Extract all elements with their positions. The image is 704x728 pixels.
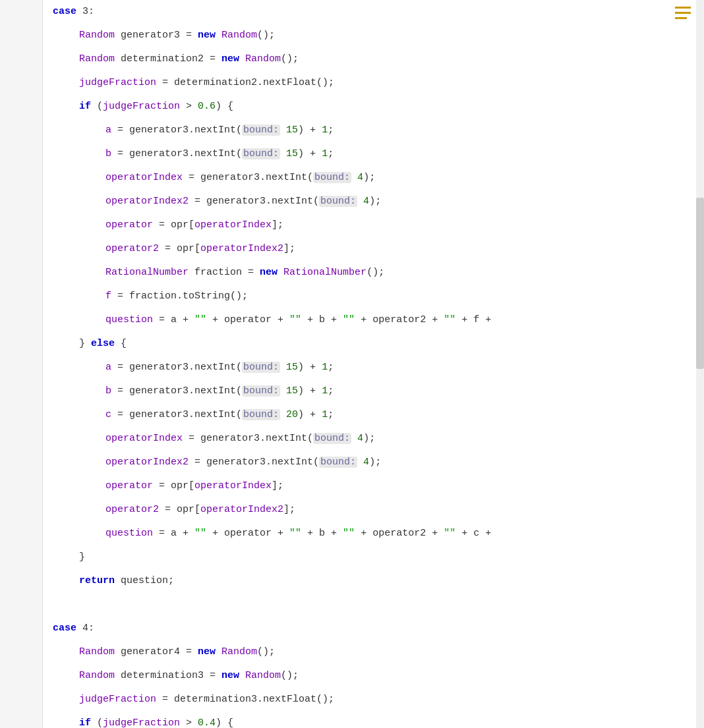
hamburger-menu-icon[interactable]	[675, 7, 691, 19]
table-row: operatorIndex = generator3.nextInt(bound…	[53, 427, 704, 451]
table-row: operatorIndex2 = generator3.nextInt(boun…	[53, 190, 704, 213]
scrollbar-thumb[interactable]	[696, 198, 704, 369]
table-row: b = generator3.nextInt(bound: 15) + 1;	[53, 379, 704, 403]
code-lines-container: case 3:Random generator3 = new Random();…	[53, 0, 704, 728]
table-row: c = generator3.nextInt(bound: 20) + 1;	[53, 403, 704, 427]
hamburger-line-1	[675, 7, 691, 9]
table-row: Random generator4 = new Random();	[53, 640, 704, 664]
code-container: case 3:Random generator3 = new Random();…	[0, 0, 704, 728]
table-row: b = generator3.nextInt(bound: 15) + 1;	[53, 142, 704, 166]
table-row: judgeFraction = determination2.nextFloat…	[53, 71, 704, 95]
table-row: question = a + "" + operator + "" + b + …	[53, 308, 704, 332]
table-row: operator2 = opr[operatorIndex2];	[53, 237, 704, 261]
table-row: operatorIndex2 = generator3.nextInt(boun…	[53, 451, 704, 474]
table-row: Random determination2 = new Random();	[53, 47, 704, 71]
table-row: a = generator3.nextInt(bound: 15) + 1;	[53, 356, 704, 379]
table-row: operatorIndex = generator3.nextInt(bound…	[53, 166, 704, 190]
table-row: return question;	[53, 569, 704, 593]
table-row: if (judgeFraction > 0.4) {	[53, 712, 704, 728]
table-row: case 3:	[53, 0, 704, 24]
hamburger-line-2	[675, 12, 691, 14]
table-row: case 4:	[53, 617, 704, 640]
table-row: Random determination3 = new Random();	[53, 664, 704, 688]
line-numbers	[0, 0, 43, 728]
table-row: }	[53, 546, 704, 569]
hamburger-line-3	[675, 17, 687, 19]
table-row: } else {	[53, 332, 704, 356]
table-row: Random generator3 = new Random();	[53, 24, 704, 47]
scrollbar-track[interactable]	[696, 0, 704, 728]
table-row: a = generator3.nextInt(bound: 15) + 1;	[53, 119, 704, 142]
table-row: RationalNumber fraction = new RationalNu…	[53, 261, 704, 285]
table-row: operator = opr[operatorIndex];	[53, 213, 704, 237]
table-row: judgeFraction = determination3.nextFloat…	[53, 688, 704, 712]
table-row: question = a + "" + operator + "" + b + …	[53, 522, 704, 546]
code-area[interactable]: case 3:Random generator3 = new Random();…	[43, 0, 704, 728]
table-row	[53, 593, 704, 617]
table-row: f = fraction.toString();	[53, 285, 704, 308]
table-row: if (judgeFraction > 0.6) {	[53, 95, 704, 119]
table-row: operator2 = opr[operatorIndex2];	[53, 498, 704, 522]
table-row: operator = opr[operatorIndex];	[53, 474, 704, 498]
